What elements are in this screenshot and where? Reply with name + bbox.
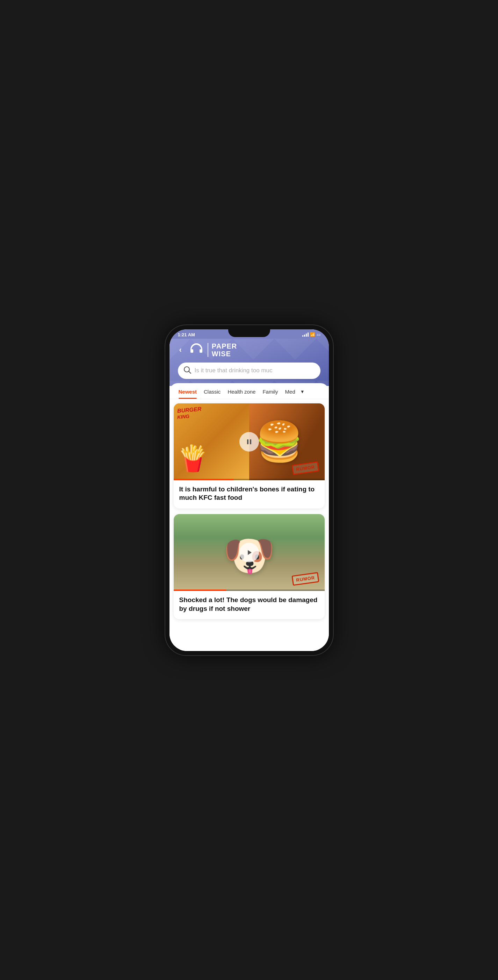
logo-divider: [208, 343, 208, 357]
content-area: Newest Classic Health zone Family Med ▼: [169, 383, 329, 651]
notch: [228, 329, 270, 337]
cards-list: 🍟 BURGER KING 🍔: [169, 399, 329, 624]
app-header: ‹ PAPER WISE: [169, 339, 329, 386]
card-burger: 🍟 BURGER KING 🍔: [174, 403, 325, 509]
status-icons: 📶 ▭: [302, 332, 321, 337]
category-tabs: Newest Classic Health zone Family Med ▼: [169, 383, 329, 399]
app-logo-icon: [189, 342, 204, 358]
progress-bar: [174, 479, 325, 480]
svg-marker-4: [248, 550, 252, 555]
signal-icon: [302, 332, 309, 337]
tab-med[interactable]: Med: [282, 389, 299, 399]
card-pug: 🐶 RUMO: [174, 514, 325, 619]
tab-family[interactable]: Family: [259, 389, 281, 399]
progress-fill-2: [174, 590, 227, 591]
tab-newest[interactable]: Newest: [175, 389, 201, 399]
svg-rect-2: [247, 439, 249, 444]
svg-line-1: [189, 371, 191, 373]
header-top: ‹ PAPER WISE: [177, 342, 322, 358]
status-time: 1:21 AM: [178, 332, 195, 337]
search-bar[interactable]: Is it true that drinking too muc: [178, 363, 321, 379]
app-name: PAPER WISE: [212, 342, 237, 358]
phone-frame: 1:21 AM 📶 ▭ ‹: [165, 325, 333, 655]
phone-screen: 1:21 AM 📶 ▭ ‹: [169, 329, 329, 651]
search-icon: [184, 366, 191, 375]
card-pug-image: 🐶 RUMO: [174, 514, 325, 591]
search-query: Is it true that drinking too muc: [195, 367, 273, 374]
back-button[interactable]: ‹: [177, 344, 185, 356]
progress-fill: [174, 479, 234, 480]
tab-health-zone[interactable]: Health zone: [224, 389, 259, 399]
card-burger-title: It is harmful to children's bones if eat…: [174, 480, 325, 509]
card-pug-title: Shocked a lot! The dogs would be damaged…: [174, 591, 325, 619]
svg-rect-3: [250, 439, 251, 444]
logo-area: PAPER WISE: [189, 342, 237, 358]
wifi-icon: 📶: [310, 332, 315, 337]
progress-bar-2: [174, 590, 325, 591]
battery-icon: ▭: [317, 332, 321, 337]
tab-dropdown[interactable]: ▼: [300, 389, 305, 398]
play-button[interactable]: [239, 543, 259, 562]
pause-button[interactable]: [239, 432, 259, 452]
tab-classic[interactable]: Classic: [200, 389, 224, 399]
card-burger-image: 🍟 BURGER KING 🍔: [174, 403, 325, 480]
